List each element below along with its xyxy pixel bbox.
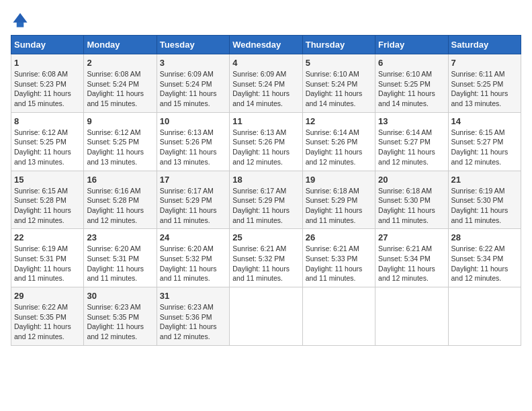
day-info: Sunrise: 6:22 AM Sunset: 5:35 PM Dayligh… bbox=[14, 302, 81, 342]
day-number: 20 bbox=[378, 175, 445, 185]
calendar-cell: 22 Sunrise: 6:19 AM Sunset: 5:31 PM Dayl… bbox=[11, 229, 84, 287]
day-info: Sunrise: 6:11 AM Sunset: 5:25 PM Dayligh… bbox=[451, 69, 518, 109]
day-info: Sunrise: 6:20 AM Sunset: 5:31 PM Dayligh… bbox=[87, 244, 153, 283]
day-number: 27 bbox=[378, 232, 445, 242]
day-info: Sunrise: 6:18 AM Sunset: 5:29 PM Dayligh… bbox=[306, 186, 372, 226]
calendar-cell: 20 Sunrise: 6:18 AM Sunset: 5:30 PM Dayl… bbox=[375, 171, 448, 229]
day-info: Sunrise: 6:13 AM Sunset: 5:26 PM Dayligh… bbox=[232, 128, 299, 167]
calendar-cell bbox=[448, 287, 521, 346]
day-number: 11 bbox=[232, 116, 299, 126]
day-info: Sunrise: 6:15 AM Sunset: 5:28 PM Dayligh… bbox=[14, 186, 81, 226]
day-header: Friday bbox=[375, 36, 448, 54]
calendar-cell: 31 Sunrise: 6:23 AM Sunset: 5:36 PM Dayl… bbox=[157, 287, 229, 346]
calendar-cell: 16 Sunrise: 6:16 AM Sunset: 5:28 PM Dayl… bbox=[84, 171, 157, 229]
day-header: Wednesday bbox=[230, 36, 302, 54]
calendar-cell: 14 Sunrise: 6:15 AM Sunset: 5:27 PM Dayl… bbox=[448, 112, 521, 171]
calendar-table: SundayMondayTuesdayWednesdayThursdayFrid… bbox=[11, 35, 521, 346]
day-number: 6 bbox=[378, 58, 445, 68]
calendar-cell: 7 Sunrise: 6:11 AM Sunset: 5:25 PM Dayli… bbox=[448, 54, 521, 113]
day-number: 12 bbox=[306, 116, 372, 126]
calendar-cell: 1 Sunrise: 6:08 AM Sunset: 5:23 PM Dayli… bbox=[11, 54, 84, 113]
day-number: 16 bbox=[87, 175, 153, 185]
calendar-cell: 11 Sunrise: 6:13 AM Sunset: 5:26 PM Dayl… bbox=[230, 112, 302, 171]
day-info: Sunrise: 6:21 AM Sunset: 5:32 PM Dayligh… bbox=[232, 244, 299, 283]
day-info: Sunrise: 6:08 AM Sunset: 5:23 PM Dayligh… bbox=[14, 69, 81, 109]
day-number: 1 bbox=[14, 58, 81, 68]
calendar-cell: 24 Sunrise: 6:20 AM Sunset: 5:32 PM Dayl… bbox=[157, 229, 229, 287]
calendar-cell: 13 Sunrise: 6:14 AM Sunset: 5:27 PM Dayl… bbox=[375, 112, 448, 171]
day-number: 28 bbox=[451, 232, 518, 242]
day-number: 3 bbox=[160, 58, 226, 68]
day-header: Tuesday bbox=[157, 36, 229, 54]
day-number: 15 bbox=[14, 175, 81, 185]
day-number: 19 bbox=[306, 175, 372, 185]
day-info: Sunrise: 6:18 AM Sunset: 5:30 PM Dayligh… bbox=[378, 186, 445, 226]
calendar-cell: 28 Sunrise: 6:22 AM Sunset: 5:34 PM Dayl… bbox=[448, 229, 521, 287]
calendar-week: 15 Sunrise: 6:15 AM Sunset: 5:28 PM Dayl… bbox=[11, 171, 521, 229]
day-info: Sunrise: 6:19 AM Sunset: 5:31 PM Dayligh… bbox=[14, 244, 81, 283]
day-info: Sunrise: 6:21 AM Sunset: 5:34 PM Dayligh… bbox=[378, 244, 445, 283]
day-header: Sunday bbox=[11, 36, 84, 54]
day-header: Thursday bbox=[302, 36, 375, 54]
day-info: Sunrise: 6:13 AM Sunset: 5:26 PM Dayligh… bbox=[160, 128, 226, 167]
day-info: Sunrise: 6:08 AM Sunset: 5:24 PM Dayligh… bbox=[87, 69, 153, 109]
calendar-cell: 2 Sunrise: 6:08 AM Sunset: 5:24 PM Dayli… bbox=[84, 54, 157, 113]
day-info: Sunrise: 6:23 AM Sunset: 5:36 PM Dayligh… bbox=[160, 302, 226, 342]
day-number: 4 bbox=[232, 58, 299, 68]
day-info: Sunrise: 6:09 AM Sunset: 5:24 PM Dayligh… bbox=[232, 69, 299, 109]
calendar-cell: 21 Sunrise: 6:19 AM Sunset: 5:30 PM Dayl… bbox=[448, 171, 521, 229]
svg-marker-1 bbox=[13, 13, 28, 23]
day-number: 23 bbox=[87, 232, 153, 242]
calendar-cell: 3 Sunrise: 6:09 AM Sunset: 5:24 PM Dayli… bbox=[157, 54, 229, 113]
calendar-cell: 5 Sunrise: 6:10 AM Sunset: 5:24 PM Dayli… bbox=[302, 54, 375, 113]
day-number: 30 bbox=[87, 291, 153, 301]
day-info: Sunrise: 6:22 AM Sunset: 5:34 PM Dayligh… bbox=[451, 244, 518, 283]
day-number: 13 bbox=[378, 116, 445, 126]
day-number: 2 bbox=[87, 58, 153, 68]
day-number: 31 bbox=[160, 291, 226, 301]
calendar-cell: 19 Sunrise: 6:18 AM Sunset: 5:29 PM Dayl… bbox=[302, 171, 375, 229]
calendar-cell bbox=[375, 287, 448, 346]
calendar-cell bbox=[302, 287, 375, 346]
day-info: Sunrise: 6:15 AM Sunset: 5:27 PM Dayligh… bbox=[451, 128, 518, 167]
day-number: 25 bbox=[232, 232, 299, 242]
logo-icon bbox=[11, 11, 30, 30]
day-number: 17 bbox=[160, 175, 226, 185]
day-number: 14 bbox=[451, 116, 518, 126]
calendar-cell: 6 Sunrise: 6:10 AM Sunset: 5:25 PM Dayli… bbox=[375, 54, 448, 113]
day-header: Saturday bbox=[448, 36, 521, 54]
calendar-cell: 30 Sunrise: 6:23 AM Sunset: 5:35 PM Dayl… bbox=[84, 287, 157, 346]
day-number: 24 bbox=[160, 232, 226, 242]
day-info: Sunrise: 6:10 AM Sunset: 5:24 PM Dayligh… bbox=[306, 69, 372, 109]
calendar-cell bbox=[230, 287, 302, 346]
header-row: SundayMondayTuesdayWednesdayThursdayFrid… bbox=[11, 36, 521, 54]
calendar-cell: 10 Sunrise: 6:13 AM Sunset: 5:26 PM Dayl… bbox=[157, 112, 229, 171]
day-number: 22 bbox=[14, 232, 81, 242]
day-info: Sunrise: 6:23 AM Sunset: 5:35 PM Dayligh… bbox=[87, 302, 153, 342]
calendar-cell: 17 Sunrise: 6:17 AM Sunset: 5:29 PM Dayl… bbox=[157, 171, 229, 229]
calendar-cell: 23 Sunrise: 6:20 AM Sunset: 5:31 PM Dayl… bbox=[84, 229, 157, 287]
calendar-cell: 27 Sunrise: 6:21 AM Sunset: 5:34 PM Dayl… bbox=[375, 229, 448, 287]
calendar-cell: 4 Sunrise: 6:09 AM Sunset: 5:24 PM Dayli… bbox=[230, 54, 302, 113]
day-info: Sunrise: 6:17 AM Sunset: 5:29 PM Dayligh… bbox=[232, 186, 299, 226]
calendar-week: 22 Sunrise: 6:19 AM Sunset: 5:31 PM Dayl… bbox=[11, 229, 521, 287]
calendar-week: 1 Sunrise: 6:08 AM Sunset: 5:23 PM Dayli… bbox=[11, 54, 521, 113]
calendar-cell: 18 Sunrise: 6:17 AM Sunset: 5:29 PM Dayl… bbox=[230, 171, 302, 229]
day-info: Sunrise: 6:14 AM Sunset: 5:26 PM Dayligh… bbox=[306, 128, 372, 167]
header bbox=[11, 11, 521, 30]
calendar-cell: 29 Sunrise: 6:22 AM Sunset: 5:35 PM Dayl… bbox=[11, 287, 84, 346]
day-info: Sunrise: 6:14 AM Sunset: 5:27 PM Dayligh… bbox=[378, 128, 445, 167]
calendar-cell: 26 Sunrise: 6:21 AM Sunset: 5:33 PM Dayl… bbox=[302, 229, 375, 287]
day-info: Sunrise: 6:12 AM Sunset: 5:25 PM Dayligh… bbox=[87, 128, 153, 167]
day-info: Sunrise: 6:17 AM Sunset: 5:29 PM Dayligh… bbox=[160, 186, 226, 226]
day-number: 10 bbox=[160, 116, 226, 126]
calendar-week: 8 Sunrise: 6:12 AM Sunset: 5:25 PM Dayli… bbox=[11, 112, 521, 171]
day-number: 9 bbox=[87, 116, 153, 126]
day-number: 26 bbox=[306, 232, 372, 242]
calendar-cell: 8 Sunrise: 6:12 AM Sunset: 5:25 PM Dayli… bbox=[11, 112, 84, 171]
calendar-cell: 9 Sunrise: 6:12 AM Sunset: 5:25 PM Dayli… bbox=[84, 112, 157, 171]
calendar-cell: 15 Sunrise: 6:15 AM Sunset: 5:28 PM Dayl… bbox=[11, 171, 84, 229]
day-number: 7 bbox=[451, 58, 518, 68]
day-info: Sunrise: 6:21 AM Sunset: 5:33 PM Dayligh… bbox=[306, 244, 372, 283]
day-number: 5 bbox=[306, 58, 372, 68]
